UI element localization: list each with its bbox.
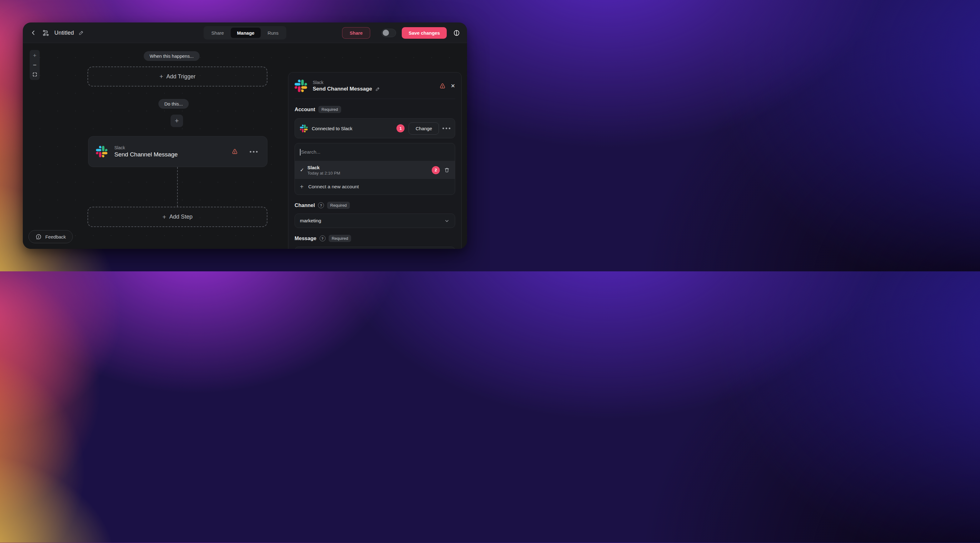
plus-icon: + [300,183,304,191]
panel-warning-icon [439,83,446,89]
panel-title: Send Channel Message [313,86,372,92]
panel-app-name: Slack [313,80,439,85]
required-badge: Required [327,202,350,209]
slack-logo-icon [96,146,107,157]
step-warning-icon [231,148,238,155]
message-field-wrap [294,247,455,249]
step-more-options-icon[interactable] [250,151,258,153]
connected-account-card: Connected to Slack 1 Change [294,118,455,138]
top-bar: Untitled Share Manage Runs Share Save ch… [23,22,467,43]
plus-icon: + [162,213,166,221]
back-button[interactable] [29,29,38,37]
message-section-header: Message ? Required [294,235,455,242]
message-textarea[interactable] [295,247,455,249]
account-option-meta: Today at 2:10 PM [307,171,432,175]
message-help-icon[interactable]: ? [320,235,326,241]
workflow-icon [42,29,50,37]
step-config-panel: Slack Send Channel Message ✕ Account Req… [288,72,462,249]
account-option-name: Slack [307,165,432,170]
channel-select[interactable]: marketing [294,214,455,228]
edit-title-pencil-icon[interactable] [375,86,380,92]
close-panel-button[interactable]: ✕ [451,83,455,89]
slack-logo-icon [300,125,308,132]
chevron-left-icon [30,30,37,36]
required-badge: Required [318,106,341,113]
add-step-label: Add Step [169,214,192,220]
theme-contrast-icon[interactable] [453,29,460,37]
feedback-button[interactable]: Feedback [29,230,73,243]
account-section-header: Account Required [294,106,455,113]
channel-select-value: marketing [300,218,444,224]
account-picker-dropdown: ✓ Slack Today at 2:10 PM 2 + Connect a n… [294,143,455,195]
change-account-button[interactable]: Change [409,122,439,135]
toggle-knob [383,30,389,36]
add-step-box[interactable]: + Add Step [88,207,267,227]
top-bar-right: Share Save changes [342,22,460,43]
slack-logo-icon [294,79,307,92]
feedback-label: Feedback [45,234,66,240]
step-title: Send Channel Message [115,151,231,158]
chevron-down-icon [444,218,450,224]
account-search-row [295,143,455,161]
tutorial-step-badge-1: 1 [396,124,404,132]
add-trigger-box[interactable]: + Add Trigger [88,67,267,86]
workflow-canvas[interactable]: + − When this happens... + Add Trigger D… [23,43,467,249]
trigger-hint-pill: When this happens... [144,51,200,61]
connect-new-account-row[interactable]: + Connect a new account [295,179,455,195]
delete-account-icon[interactable] [444,167,450,173]
account-search-input[interactable] [301,149,450,155]
share-button[interactable]: Share [342,27,370,39]
tutorial-step-badge-2: 2 [432,166,440,174]
panel-header-texts: Slack Send Channel Message [313,80,439,92]
action-hint-pill: Do this... [158,99,189,109]
document-title: Untitled [54,30,74,36]
enable-toggle[interactable] [382,29,396,37]
channel-section-header: Channel ? Required [294,202,455,209]
step-card-slack[interactable]: Slack Send Channel Message [88,136,267,167]
rename-pencil-icon[interactable] [78,30,84,36]
required-badge: Required [329,235,352,242]
step-connector-line [177,167,178,207]
view-switcher: Share Manage Runs [204,26,286,39]
save-changes-button[interactable]: Save changes [402,27,447,39]
connect-new-account-label: Connect a new account [308,184,359,189]
tab-manage[interactable]: Manage [231,27,261,38]
add-trigger-label: Add Trigger [167,73,196,80]
channel-label: Channel [294,202,315,208]
panel-header: Slack Send Channel Message ✕ [294,73,455,99]
fullscreen-icon [32,72,38,77]
zoom-in-button[interactable]: + [30,51,40,60]
connected-account-text: Connected to Slack [312,126,396,131]
check-icon: ✓ [300,167,307,173]
plus-icon: + [159,73,163,80]
account-option-texts: Slack Today at 2:10 PM [307,165,432,175]
tab-runs[interactable]: Runs [261,27,285,38]
feedback-bubble-icon [35,233,42,240]
fit-view-button[interactable] [30,70,40,79]
app-window: Untitled Share Manage Runs Share Save ch… [23,22,467,249]
message-label: Message [294,235,317,241]
tab-share[interactable]: Share [205,27,230,38]
channel-help-icon[interactable]: ? [318,202,324,208]
top-bar-left: Untitled [29,22,84,43]
zoom-out-button[interactable]: − [30,60,40,70]
zoom-controls: + − [30,50,40,80]
step-card-texts: Slack Send Channel Message [115,145,231,158]
insert-step-button[interactable]: + [170,114,183,127]
account-option-slack[interactable]: ✓ Slack Today at 2:10 PM 2 [295,161,455,179]
account-label: Account [294,106,315,113]
account-more-options-icon[interactable] [442,127,450,129]
step-app-name: Slack [115,145,231,150]
